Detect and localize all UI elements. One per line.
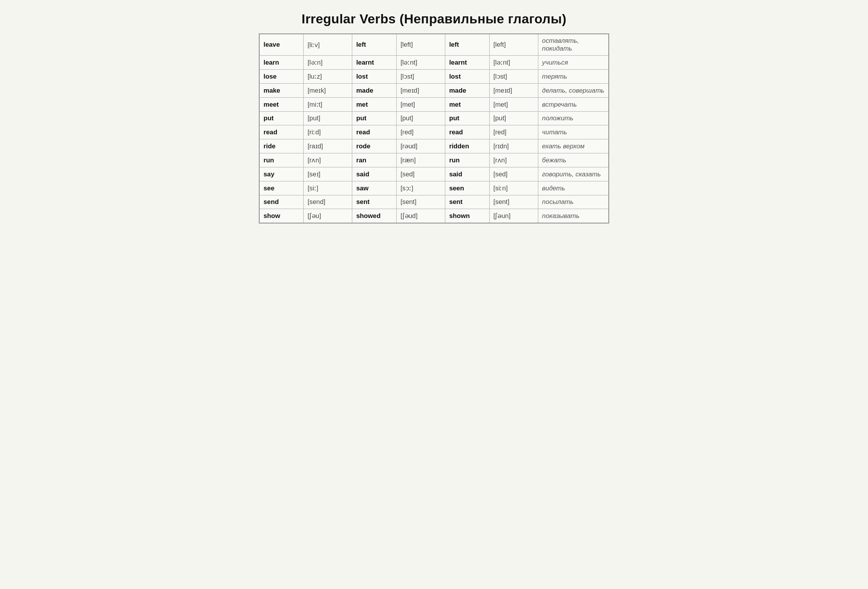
word-cell: learnt <box>445 56 489 70</box>
word-cell: learnt <box>352 56 397 70</box>
word-cell: left <box>445 34 489 56</box>
table-row: ride[raɪd]rode[rəud]ridden[rɪdn]ехать ве… <box>259 139 609 153</box>
page-title: Irregular Verbs (Неправильные глаголы) <box>259 12 609 26</box>
word-cell: lose <box>259 70 304 84</box>
phonetic-cell: [rʌn] <box>304 153 352 167</box>
table-row: put[put]put[put]put[put]положить <box>259 112 609 125</box>
table-row: meet[miːt]met[met]met[met]встречать <box>259 98 609 112</box>
word-cell: show <box>259 209 304 223</box>
word-cell: read <box>352 125 397 139</box>
word-cell: showed <box>352 209 397 223</box>
table-row: lose[luːz]lost[lɔst]lost[lɔst]терять <box>259 70 609 84</box>
translation-cell: видеть <box>538 181 609 195</box>
word-cell: said <box>445 167 489 181</box>
table-row: send[send]sent[sent]sent[sent]посылать <box>259 195 609 209</box>
phonetic-cell: [sɔː] <box>396 181 445 195</box>
phonetic-cell: [ræn] <box>396 153 445 167</box>
table-row: leave[liːv]left[left]left[left]оставлять… <box>259 34 609 56</box>
word-cell: say <box>259 167 304 181</box>
word-cell: see <box>259 181 304 195</box>
word-cell: leave <box>259 34 304 56</box>
translation-cell: встречать <box>538 98 609 112</box>
word-cell: run <box>445 153 489 167</box>
word-cell: put <box>445 112 489 125</box>
verb-table: leave[liːv]left[left]left[left]оставлять… <box>259 33 609 223</box>
phonetic-cell: [ləːnt] <box>489 56 538 70</box>
translation-cell: посылать <box>538 195 609 209</box>
phonetic-cell: [luːz] <box>304 70 352 84</box>
word-cell: sent <box>445 195 489 209</box>
table-row: say[seɪ]said[sed]said[sed]говорить, сказ… <box>259 167 609 181</box>
phonetic-cell: [meɪk] <box>304 84 352 98</box>
word-cell: ride <box>259 139 304 153</box>
word-cell: send <box>259 195 304 209</box>
page-container: Irregular Verbs (Неправильные глаголы) l… <box>259 12 609 223</box>
phonetic-cell: [meɪd] <box>489 84 538 98</box>
translation-cell: ехать верхом <box>538 139 609 153</box>
word-cell: lost <box>352 70 397 84</box>
word-cell: read <box>445 125 489 139</box>
table-row: learn[ləːn]learnt[ləːnt]learnt[ləːnt]учи… <box>259 56 609 70</box>
phonetic-cell: [ʃəud] <box>396 209 445 223</box>
table-row: run[rʌn]ran[ræn]run[rʌn]бежать <box>259 153 609 167</box>
phonetic-cell: [sent] <box>489 195 538 209</box>
phonetic-cell: [lɔst] <box>489 70 538 84</box>
phonetic-cell: [rəud] <box>396 139 445 153</box>
word-cell: read <box>259 125 304 139</box>
phonetic-cell: [riːd] <box>304 125 352 139</box>
word-cell: made <box>445 84 489 98</box>
phonetic-cell: [lɔst] <box>396 70 445 84</box>
word-cell: shown <box>445 209 489 223</box>
translation-cell: показывать <box>538 209 609 223</box>
phonetic-cell: [ʃəu] <box>304 209 352 223</box>
translation-cell: бежать <box>538 153 609 167</box>
word-cell: make <box>259 84 304 98</box>
phonetic-cell: [red] <box>396 125 445 139</box>
phonetic-cell: [siːn] <box>489 181 538 195</box>
table-row: see[siː]saw[sɔː]seen[siːn]видеть <box>259 181 609 195</box>
phonetic-cell: [meɪd] <box>396 84 445 98</box>
phonetic-cell: [put] <box>396 112 445 125</box>
word-cell: put <box>259 112 304 125</box>
translation-cell: терять <box>538 70 609 84</box>
word-cell: ran <box>352 153 397 167</box>
phonetic-cell: [red] <box>489 125 538 139</box>
translation-cell: положить <box>538 112 609 125</box>
word-cell: run <box>259 153 304 167</box>
word-cell: met <box>352 98 397 112</box>
translation-cell: читать <box>538 125 609 139</box>
word-cell: meet <box>259 98 304 112</box>
phonetic-cell: [sed] <box>396 167 445 181</box>
phonetic-cell: [liːv] <box>304 34 352 56</box>
word-cell: ridden <box>445 139 489 153</box>
phonetic-cell: [met] <box>396 98 445 112</box>
translation-cell: делать, совершать <box>538 84 609 98</box>
phonetic-cell: [ʃəun] <box>489 209 538 223</box>
phonetic-cell: [send] <box>304 195 352 209</box>
translation-cell: говорить, сказать <box>538 167 609 181</box>
translation-cell: учиться <box>538 56 609 70</box>
word-cell: rode <box>352 139 397 153</box>
word-cell: said <box>352 167 397 181</box>
phonetic-cell: [siː] <box>304 181 352 195</box>
translation-cell: оставлять, покидать <box>538 34 609 56</box>
phonetic-cell: [sed] <box>489 167 538 181</box>
phonetic-cell: [raɪd] <box>304 139 352 153</box>
table-row: make[meɪk]made[meɪd]made[meɪd]делать, со… <box>259 84 609 98</box>
phonetic-cell: [ləːn] <box>304 56 352 70</box>
word-cell: saw <box>352 181 397 195</box>
phonetic-cell: [rʌn] <box>489 153 538 167</box>
phonetic-cell: [sent] <box>396 195 445 209</box>
phonetic-cell: [ləːnt] <box>396 56 445 70</box>
word-cell: left <box>352 34 397 56</box>
phonetic-cell: [put] <box>304 112 352 125</box>
table-row: show[ʃəu]showed[ʃəud]shown[ʃəun]показыва… <box>259 209 609 223</box>
phonetic-cell: [met] <box>489 98 538 112</box>
phonetic-cell: [miːt] <box>304 98 352 112</box>
phonetic-cell: [put] <box>489 112 538 125</box>
phonetic-cell: [left] <box>489 34 538 56</box>
word-cell: sent <box>352 195 397 209</box>
phonetic-cell: [rɪdn] <box>489 139 538 153</box>
word-cell: seen <box>445 181 489 195</box>
word-cell: lost <box>445 70 489 84</box>
